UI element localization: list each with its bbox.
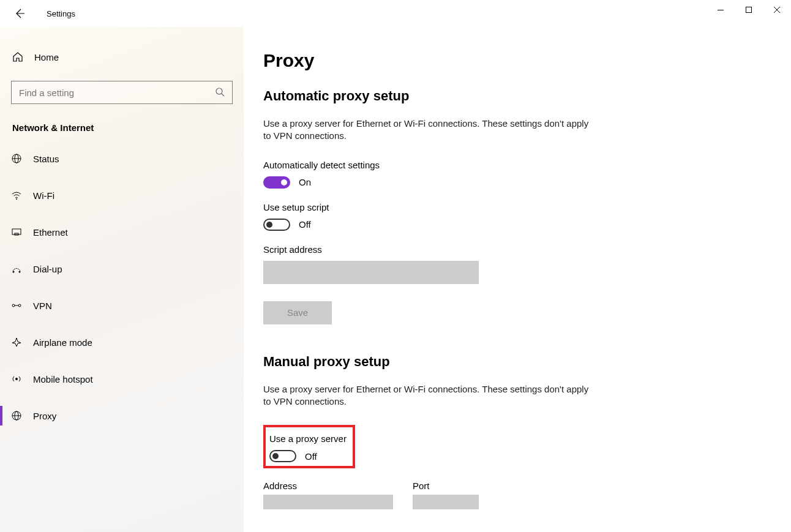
use-proxy-toggle[interactable] bbox=[269, 450, 296, 462]
minimize-button[interactable] bbox=[707, 0, 735, 20]
sidebar-item-label: Airplane mode bbox=[33, 337, 92, 348]
search-icon bbox=[215, 87, 225, 99]
wifi-icon bbox=[11, 190, 22, 201]
sidebar-item-label: Wi-Fi bbox=[33, 190, 54, 201]
sidebar-item-label: Status bbox=[33, 154, 59, 164]
manual-setup-heading: Manual proxy setup bbox=[263, 354, 773, 370]
sidebar-item-label: VPN bbox=[33, 301, 52, 311]
sidebar-item-airplane[interactable]: Airplane mode bbox=[0, 328, 244, 357]
save-button: Save bbox=[263, 301, 332, 324]
use-proxy-state: Off bbox=[305, 451, 317, 462]
home-nav[interactable]: Home bbox=[0, 45, 244, 69]
sidebar-item-ethernet[interactable]: Ethernet bbox=[0, 217, 244, 247]
dialup-icon bbox=[11, 263, 22, 274]
svg-point-4 bbox=[216, 88, 222, 94]
window-title: Settings bbox=[47, 9, 75, 18]
setup-script-state: Off bbox=[299, 219, 311, 230]
address-label: Address bbox=[263, 481, 393, 491]
manual-setup-description: Use a proxy server for Ethernet or Wi-Fi… bbox=[263, 383, 594, 408]
script-address-input bbox=[263, 261, 479, 284]
maximize-button[interactable] bbox=[735, 0, 763, 20]
highlight-annotation: Use a proxy server Off bbox=[263, 425, 355, 468]
address-input bbox=[263, 495, 393, 509]
content-area: Proxy Automatic proxy setup Use a proxy … bbox=[244, 27, 791, 532]
setup-script-toggle[interactable] bbox=[263, 219, 290, 231]
svg-rect-1 bbox=[746, 7, 752, 13]
svg-point-15 bbox=[18, 304, 21, 307]
svg-rect-10 bbox=[12, 229, 21, 234]
sidebar-item-wifi[interactable]: Wi-Fi bbox=[0, 181, 244, 210]
sidebar-item-hotspot[interactable]: Mobile hotspot bbox=[0, 364, 244, 394]
page-title: Proxy bbox=[263, 50, 773, 71]
sidebar-item-dialup[interactable]: Dial-up bbox=[0, 254, 244, 283]
script-address-label: Script address bbox=[263, 244, 773, 255]
sidebar-item-label: Proxy bbox=[33, 411, 56, 421]
close-button[interactable] bbox=[763, 0, 791, 20]
setup-script-label: Use setup script bbox=[263, 202, 773, 212]
svg-point-12 bbox=[13, 271, 15, 273]
detect-state: On bbox=[299, 177, 311, 187]
svg-point-9 bbox=[16, 198, 17, 200]
hotspot-icon bbox=[11, 373, 22, 384]
airplane-icon bbox=[11, 337, 22, 348]
automatic-setup-description: Use a proxy server for Ethernet or Wi-Fi… bbox=[263, 118, 594, 143]
svg-point-17 bbox=[15, 378, 18, 380]
globe-icon bbox=[11, 153, 22, 164]
svg-line-5 bbox=[222, 94, 224, 96]
port-label: Port bbox=[413, 481, 479, 491]
svg-point-14 bbox=[12, 304, 15, 307]
sidebar-item-vpn[interactable]: VPN bbox=[0, 291, 244, 320]
home-icon bbox=[12, 51, 23, 62]
port-input bbox=[413, 495, 479, 509]
sidebar-item-label: Ethernet bbox=[33, 227, 68, 238]
ethernet-icon bbox=[11, 227, 22, 238]
svg-point-13 bbox=[19, 271, 21, 273]
vpn-icon bbox=[11, 300, 22, 311]
detect-label: Automatically detect settings bbox=[263, 160, 773, 170]
sidebar-item-proxy[interactable]: Proxy bbox=[0, 401, 244, 430]
back-button[interactable] bbox=[12, 6, 27, 21]
search-input[interactable] bbox=[19, 88, 215, 98]
search-box[interactable] bbox=[11, 81, 233, 104]
proxy-icon bbox=[11, 410, 22, 421]
sidebar-item-status[interactable]: Status bbox=[0, 144, 244, 173]
section-title: Network & Internet bbox=[0, 122, 244, 144]
automatic-setup-heading: Automatic proxy setup bbox=[263, 88, 773, 104]
sidebar-item-label: Dial-up bbox=[33, 264, 62, 274]
sidebar: Home Network & Internet Status Wi-Fi bbox=[0, 27, 244, 532]
home-label: Home bbox=[34, 52, 59, 62]
use-proxy-label: Use a proxy server bbox=[269, 433, 347, 444]
sidebar-item-label: Mobile hotspot bbox=[33, 374, 93, 384]
detect-toggle[interactable] bbox=[263, 176, 290, 189]
